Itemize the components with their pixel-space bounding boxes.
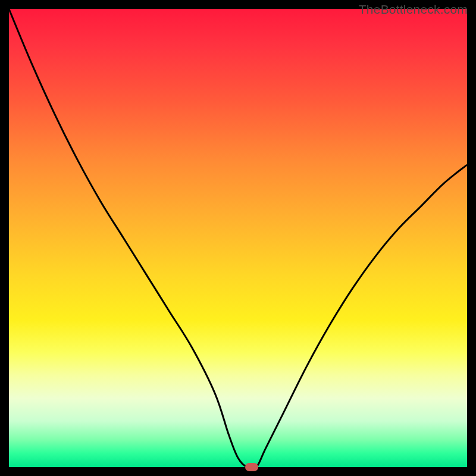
plot-area <box>9 9 467 467</box>
bottleneck-curve <box>9 9 467 467</box>
optimal-marker <box>245 463 258 471</box>
watermark-text: TheBottleneck.com <box>359 2 468 17</box>
chart-frame: TheBottleneck.com <box>0 0 476 476</box>
curve-line <box>9 9 467 469</box>
